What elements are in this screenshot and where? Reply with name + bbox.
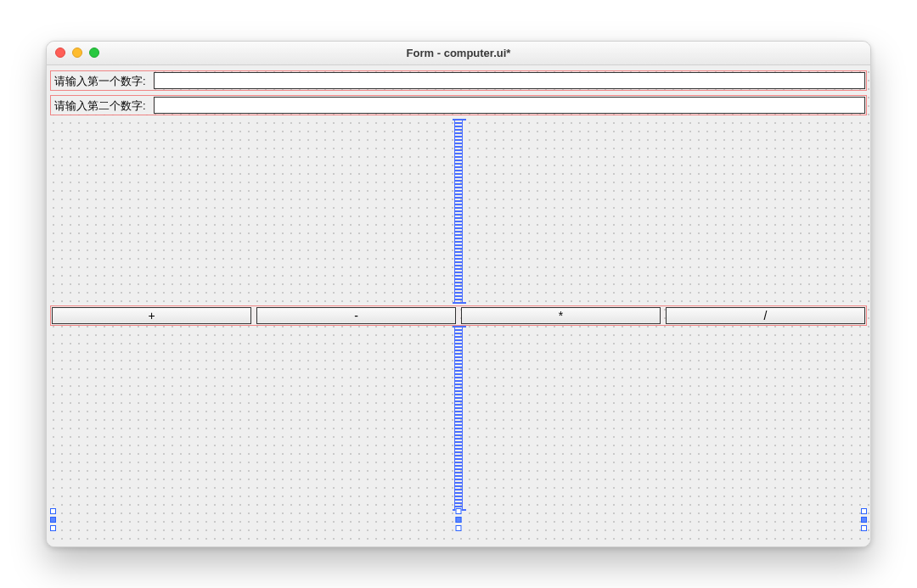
- titlebar: Form - computer.ui*: [47, 42, 870, 65]
- selection-handle[interactable]: [456, 517, 462, 523]
- window-controls: [55, 48, 99, 58]
- window-title: Form - computer.ui*: [407, 47, 511, 59]
- label-num2: 请输入第二个数字:: [51, 96, 153, 115]
- minimize-icon[interactable]: [72, 48, 82, 58]
- label-num1: 请输入第一个数字:: [51, 71, 153, 90]
- operator-button-row: + - * /: [50, 305, 867, 326]
- zoom-icon[interactable]: [89, 48, 99, 58]
- input-num1[interactable]: [154, 72, 865, 89]
- designer-canvas[interactable]: 请输入第一个数字: 请输入第二个数字: + - * /: [47, 65, 870, 546]
- selection-handle[interactable]: [50, 517, 56, 523]
- vertical-spacer-lower[interactable]: [454, 326, 463, 511]
- selection-handle[interactable]: [456, 525, 462, 531]
- subtract-button[interactable]: -: [256, 307, 456, 324]
- input-num2[interactable]: [154, 97, 865, 114]
- selection-handle[interactable]: [861, 525, 867, 531]
- selection-handle[interactable]: [50, 508, 56, 514]
- close-icon[interactable]: [55, 48, 65, 58]
- selection-handle[interactable]: [861, 517, 867, 523]
- add-button[interactable]: +: [52, 307, 251, 324]
- multiply-button[interactable]: *: [461, 307, 661, 324]
- selection-handle[interactable]: [456, 508, 462, 514]
- vertical-spacer-upper[interactable]: [454, 119, 463, 304]
- selection-handle[interactable]: [861, 508, 867, 514]
- selection-handle[interactable]: [50, 525, 56, 531]
- input-row-1: 请输入第一个数字:: [50, 70, 867, 91]
- input-row-2: 请输入第二个数字:: [50, 95, 867, 115]
- divide-button[interactable]: /: [666, 307, 865, 324]
- window-frame: Form - computer.ui* 请输入第一个数字: 请输入第二个数字: …: [46, 41, 871, 547]
